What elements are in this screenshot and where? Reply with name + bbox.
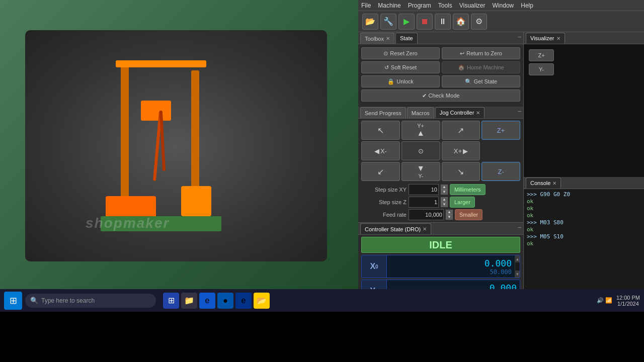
home-machine-label: Home Machine xyxy=(467,64,504,70)
console-line-2: ok xyxy=(527,198,641,205)
system-time: 12:00 PM 1/1/2024 xyxy=(616,295,640,307)
check-mode-label: Check Mode xyxy=(429,93,460,99)
taskbar-app-chrome[interactable]: ● xyxy=(217,293,233,309)
tab-send-progress[interactable]: Send Progress xyxy=(360,107,406,118)
unit-smaller-btn[interactable]: Smaller xyxy=(455,209,482,220)
return-to-zero-btn[interactable]: ↩ Return to Zero xyxy=(442,47,520,59)
jog-zminus-btn[interactable]: Z- xyxy=(481,162,520,181)
jog-se[interactable]: ↘ xyxy=(442,162,480,181)
console-close[interactable]: ✕ xyxy=(552,180,556,186)
system-tray: 🔊 📶 12:00 PM 1/1/2024 xyxy=(597,295,640,307)
step-xy-input[interactable] xyxy=(409,184,439,195)
console-line-7: >>> M05 S10 xyxy=(527,233,641,240)
start-button[interactable]: ⊞ xyxy=(4,292,22,310)
toolbar-tool[interactable]: ⚙ xyxy=(471,14,487,30)
dro-x-scroll-up[interactable]: ▲ xyxy=(515,255,520,262)
taskbar-app-ie[interactable]: e xyxy=(235,293,252,309)
viz-tab-label: Visualizer xyxy=(530,35,554,41)
unit-larger-btn[interactable]: Larger xyxy=(450,197,475,208)
toolbox-close[interactable]: ✕ xyxy=(386,36,390,41)
toolbar-play[interactable]: ▶ xyxy=(398,14,415,30)
tab-jog-controller[interactable]: Jog Controller ✕ xyxy=(435,107,485,118)
unit-mm-btn[interactable]: Millimeters xyxy=(450,184,486,195)
viz-yminus-btn[interactable]: Y- xyxy=(529,63,554,75)
jog-close[interactable]: ✕ xyxy=(476,110,480,116)
unlock-btn[interactable]: 🔒 Unlock xyxy=(361,75,440,87)
menu-window[interactable]: Window xyxy=(493,2,514,9)
jog-nw[interactable]: ↖ xyxy=(361,121,400,140)
tray-icons: 🔊 📶 xyxy=(597,297,612,304)
jog-minimize-btn[interactable]: ─ xyxy=(518,109,521,114)
jog-yminus-btn[interactable]: ▼ Y- xyxy=(401,162,440,181)
console-line-3: ok xyxy=(527,205,641,212)
dro-x-scroll-down[interactable]: ▼ xyxy=(515,270,520,278)
home-machine-btn[interactable]: 🏠 Home Machine xyxy=(442,61,520,73)
jog-grid: ↖ Y+ ▲ ↗ Z+ ◀ X- ⊙ X xyxy=(361,121,520,181)
unlock-label: Unlock xyxy=(396,78,414,84)
taskbar-app-folder[interactable]: 📂 xyxy=(254,293,270,309)
reset-zero-btn[interactable]: ⊙ Reset Zero xyxy=(361,47,440,59)
dro-x-scrollbar[interactable]: ▲ ▼ xyxy=(515,255,520,278)
step-xy-down[interactable]: ▼ xyxy=(441,190,448,195)
send-progress-label: Send Progress xyxy=(365,110,401,116)
feed-rate-input[interactable] xyxy=(409,209,444,220)
toolbar-open[interactable]: 📂 xyxy=(362,14,378,30)
jog-center[interactable]: ⊙ xyxy=(401,141,440,160)
step-z-down[interactable]: ▼ xyxy=(441,202,448,207)
toolbar-wrench[interactable]: 🔧 xyxy=(380,14,396,30)
dro-x-value: 0.000 xyxy=(485,258,512,268)
menu-help[interactable]: Help xyxy=(521,2,533,9)
jog-xplus-btn[interactable]: X+ ▶ xyxy=(442,141,480,160)
soft-reset-btn[interactable]: ↺ Soft Reset xyxy=(361,61,440,73)
toolbar-home[interactable]: 🏠 xyxy=(453,14,469,30)
jog-zplus-label: Z+ xyxy=(497,127,505,134)
taskbar-app-explorer[interactable]: 📁 xyxy=(181,293,197,309)
jog-yplus-btn[interactable]: Y+ ▲ xyxy=(401,121,440,140)
taskbar-app-widgets[interactable]: ⊞ xyxy=(163,293,179,309)
dro-close[interactable]: ✕ xyxy=(423,226,427,232)
panel-minimize-btn[interactable]: ─ xyxy=(518,34,521,40)
step-z-input[interactable] xyxy=(409,197,439,208)
jog-ne[interactable]: ↗ xyxy=(442,121,480,140)
viz-zplus-btn[interactable]: Z+ xyxy=(529,49,554,61)
tab-macros[interactable]: Macros xyxy=(407,107,434,118)
state-row-3: 🔒 Unlock 🔍 Get State xyxy=(361,75,520,87)
tab-visualizer[interactable]: Visualizer ✕ xyxy=(526,33,565,44)
taskbar-search[interactable]: 🔍 Type here to search xyxy=(25,294,156,308)
dro-x-label: X0 xyxy=(362,255,387,278)
menu-program[interactable]: Program xyxy=(408,2,431,9)
jog-xminus-btn[interactable]: ◀ X- xyxy=(361,141,400,160)
state-row-2: ↺ Soft Reset 🏠 Home Machine xyxy=(361,61,520,73)
tab-dro[interactable]: Controller State (DRO) ✕ xyxy=(360,223,431,234)
toolbar-stop[interactable]: ⏹ xyxy=(417,14,433,30)
menu-visualizer[interactable]: Visualizer xyxy=(459,2,486,9)
feed-rate-up[interactable]: ▲ xyxy=(446,210,453,215)
soft-reset-icon: ↺ xyxy=(384,64,389,71)
state-tab-label: State xyxy=(400,35,413,41)
tab-console[interactable]: Console ✕ xyxy=(526,177,561,189)
tab-state[interactable]: State xyxy=(395,33,418,44)
jog-xplus-label: X+ xyxy=(454,147,462,155)
dro-minimize-btn[interactable]: ─ xyxy=(518,225,521,230)
menu-bar: File Machine Program Tools Visualizer Wi… xyxy=(358,0,644,11)
feed-rate-label: Feed rate xyxy=(361,212,407,218)
get-state-label: Get State xyxy=(474,78,497,84)
viz-close[interactable]: ✕ xyxy=(556,36,560,41)
shopmaker-watermark: shopmaker xyxy=(86,215,170,231)
menu-tools[interactable]: Tools xyxy=(438,2,452,9)
step-xy-up[interactable]: ▲ xyxy=(441,185,448,190)
get-state-btn[interactable]: 🔍 Get State xyxy=(442,75,520,87)
jog-sw[interactable]: ↙ xyxy=(361,162,400,181)
feed-rate-down[interactable]: ▼ xyxy=(446,215,453,220)
check-mode-btn[interactable]: ✔ Check Mode xyxy=(361,89,520,102)
taskbar-app-edge[interactable]: e xyxy=(199,293,215,309)
console-line-1: >>> G90 G0 Z0 xyxy=(527,191,641,198)
machine-body xyxy=(91,60,262,231)
menu-machine[interactable]: Machine xyxy=(378,2,400,9)
step-z-up[interactable]: ▲ xyxy=(441,197,448,202)
feed-rate-spinbox: ▲ ▼ xyxy=(446,210,453,220)
tab-toolbox[interactable]: Toolbox ✕ xyxy=(360,33,394,44)
jog-zplus-btn[interactable]: Z+ xyxy=(481,121,520,140)
toolbar-pause[interactable]: ⏸ xyxy=(435,14,451,30)
menu-file[interactable]: File xyxy=(361,2,371,9)
